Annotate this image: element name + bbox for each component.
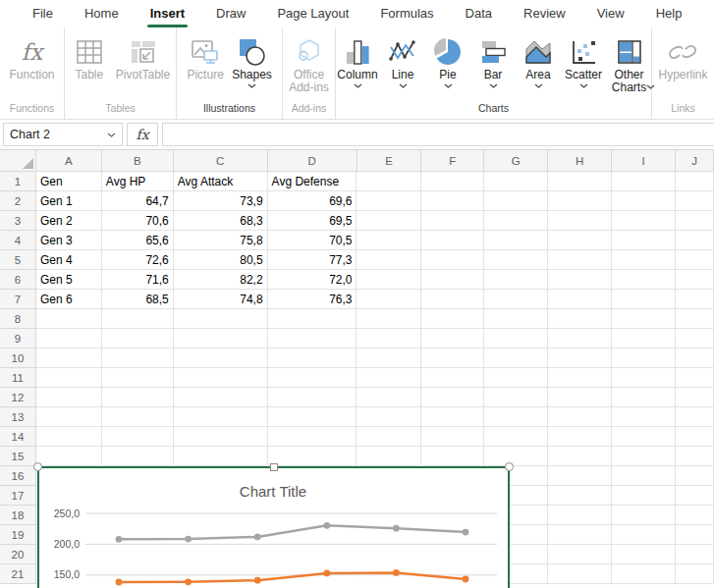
cell-B2[interactable]: 64,7: [102, 191, 174, 211]
cell-E11[interactable]: [357, 368, 421, 388]
cell-B6[interactable]: 71,6: [102, 270, 174, 290]
cell-C6[interactable]: 82,2: [174, 270, 268, 290]
cell-C5[interactable]: 80,5: [174, 250, 268, 270]
cell-J3[interactable]: [676, 211, 714, 231]
cell-H6[interactable]: [548, 270, 612, 290]
cell-J18[interactable]: [676, 506, 714, 525]
cell-B4[interactable]: 65,6: [102, 231, 174, 250]
shapes-button[interactable]: Shapes: [229, 33, 275, 90]
cell-J11[interactable]: [676, 368, 714, 388]
cell-G3[interactable]: [484, 211, 548, 231]
cell-J19[interactable]: [676, 525, 714, 545]
tab-view[interactable]: View: [582, 1, 639, 27]
cell-D6[interactable]: 72,0: [268, 270, 357, 290]
cell-J4[interactable]: [676, 231, 714, 250]
cell-H9[interactable]: [548, 329, 612, 348]
cell-C7[interactable]: 74,8: [174, 290, 268, 309]
column-header-C[interactable]: C: [174, 150, 268, 172]
cell-I19[interactable]: [612, 525, 676, 545]
bar-chart-button[interactable]: Bar: [471, 33, 515, 90]
cell-C10[interactable]: [174, 348, 268, 368]
cell-J10[interactable]: [676, 348, 714, 368]
row-header-6[interactable]: 6: [0, 270, 36, 290]
cell-B13[interactable]: [102, 407, 174, 427]
cell-H20[interactable]: [548, 545, 612, 564]
cell-I11[interactable]: [612, 368, 676, 388]
tab-page-layout[interactable]: Page Layout: [262, 1, 363, 27]
cell-B3[interactable]: 70,6: [102, 211, 174, 231]
cell-E1[interactable]: [357, 172, 421, 191]
cell-G6[interactable]: [484, 270, 548, 290]
cell-A4[interactable]: Gen 3: [36, 231, 102, 250]
row-header-11[interactable]: 11: [0, 368, 36, 388]
cell-J15[interactable]: [676, 447, 714, 466]
cell-G8[interactable]: [484, 309, 548, 329]
row-header-9[interactable]: 9: [0, 329, 36, 348]
cell-A8[interactable]: [36, 309, 102, 329]
row-header-7[interactable]: 7: [0, 290, 36, 309]
cell-H19[interactable]: [548, 525, 612, 545]
cell-F11[interactable]: [421, 368, 484, 388]
cell-C11[interactable]: [174, 368, 268, 388]
row-header-19[interactable]: 19: [0, 525, 36, 545]
tab-draw[interactable]: Draw: [201, 1, 260, 27]
column-header-H[interactable]: H: [548, 150, 612, 172]
cell-J1[interactable]: [676, 172, 714, 191]
cell-D7[interactable]: 76,3: [268, 290, 357, 309]
column-header-G[interactable]: G: [484, 150, 548, 172]
cell-D15[interactable]: [268, 447, 357, 466]
cell-F4[interactable]: [421, 231, 484, 250]
cell-J8[interactable]: [676, 309, 714, 329]
cell-F1[interactable]: [421, 172, 484, 191]
cell-D3[interactable]: 69,5: [268, 211, 357, 231]
row-header-4[interactable]: 4: [0, 231, 36, 250]
cell-C13[interactable]: [174, 407, 268, 427]
cell-J16[interactable]: [676, 466, 714, 486]
cell-I8[interactable]: [612, 309, 676, 329]
cell-E2[interactable]: [357, 191, 421, 211]
cell-J14[interactable]: [676, 427, 714, 447]
cell-I15[interactable]: [612, 447, 676, 466]
cell-E4[interactable]: [357, 231, 421, 250]
cell-B9[interactable]: [102, 329, 174, 348]
cell-D4[interactable]: 70,5: [268, 231, 357, 250]
line-chart-button[interactable]: Line: [381, 33, 424, 90]
cell-E5[interactable]: [357, 250, 421, 270]
cell-D9[interactable]: [268, 329, 357, 348]
cell-I6[interactable]: [612, 270, 676, 290]
cell-H2[interactable]: [548, 191, 612, 211]
cell-A10[interactable]: [36, 348, 102, 368]
cell-H14[interactable]: [548, 427, 612, 447]
cell-J6[interactable]: [676, 270, 714, 290]
cell-D10[interactable]: [268, 348, 357, 368]
chart-resize-handle-top-left[interactable]: [33, 462, 42, 471]
cell-I14[interactable]: [612, 427, 676, 447]
cell-F8[interactable]: [421, 309, 484, 329]
cell-F9[interactable]: [421, 329, 484, 348]
cell-H5[interactable]: [548, 250, 612, 270]
cell-D8[interactable]: [268, 309, 357, 329]
cell-G13[interactable]: [484, 407, 548, 427]
cell-H16[interactable]: [548, 466, 612, 486]
cell-I2[interactable]: [612, 191, 676, 211]
cell-I21[interactable]: [612, 564, 676, 584]
cell-G7[interactable]: [484, 290, 548, 309]
cell-J9[interactable]: [676, 329, 714, 348]
column-header-B[interactable]: B: [102, 150, 174, 172]
cell-E6[interactable]: [357, 270, 421, 290]
cell-A15[interactable]: [36, 447, 102, 466]
cell-E3[interactable]: [357, 211, 421, 231]
formula-input[interactable]: [162, 123, 714, 146]
cell-B10[interactable]: [102, 348, 174, 368]
cell-A5[interactable]: Gen 4: [36, 250, 102, 270]
cell-H21[interactable]: [548, 564, 612, 584]
cell-D11[interactable]: [268, 368, 357, 388]
cell-D2[interactable]: 69,6: [268, 191, 357, 211]
cell-F5[interactable]: [421, 250, 484, 270]
tab-file[interactable]: File: [18, 1, 68, 27]
row-header-8[interactable]: 8: [0, 309, 36, 329]
name-box[interactable]: Chart 2: [3, 123, 123, 146]
row-header-17[interactable]: 17: [0, 486, 36, 506]
row-header-20[interactable]: 20: [0, 545, 36, 564]
cell-B5[interactable]: 72,6: [102, 250, 174, 270]
